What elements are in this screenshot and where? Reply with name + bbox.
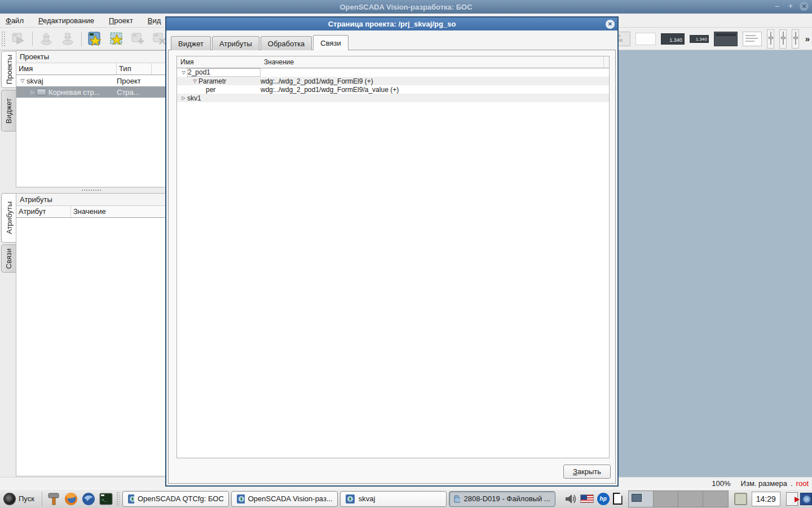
column-header-name[interactable]: Имя (16, 63, 117, 75)
main-titlebar[interactable]: OpenSCADA Vision-разработка: БОС – + ✕ (0, 0, 812, 14)
menu-item-view[interactable]: Вид (148, 16, 161, 25)
lcd-display-widget-button[interactable]: 1.340 (661, 33, 685, 45)
dialog-titlebar[interactable]: Страница проекта: /prj_skvaj/pg_so ✕ (166, 17, 617, 30)
dialog-tabbar: Виджет Атрибуты Обработка Связи (171, 35, 350, 50)
menu-item-edit[interactable]: Редактирование (38, 16, 94, 25)
list-widget-button[interactable] (743, 32, 762, 46)
user-label[interactable]: root (796, 479, 809, 488)
zoom-level: 100% (712, 479, 730, 488)
links-tab-pane: Имя Значение ▽2_pod1 ▽Parametr wdg:../wd… (168, 50, 616, 484)
new-widget-icon (109, 31, 125, 47)
column-header-type[interactable]: Тип (117, 63, 152, 75)
left-dock: Проекты Виджет Атрибуты Связи Проекты Им… (0, 50, 166, 477)
widget-toolbar: 1.340 1.340 » (612, 28, 810, 50)
link-name: skv1 (187, 94, 201, 102)
load-button[interactable] (37, 30, 55, 48)
projects-panel: Проекты Имя Тип ▽skvaj Проект ▷Корневая … (16, 50, 166, 187)
toolbar-separator (32, 32, 33, 46)
new-project-button[interactable] (86, 30, 104, 48)
taskbar-window-vision[interactable]: OpenSCADA Vision-раз... (231, 491, 338, 507)
menu-item-project[interactable]: Проект (109, 16, 133, 25)
tab-projects[interactable]: Проекты (1, 51, 16, 88)
network-disk-icon[interactable] (800, 493, 812, 505)
toolbar-overflow-button[interactable]: » (805, 34, 810, 43)
tab-widget[interactable]: Виджет (1, 90, 16, 132)
save-button[interactable] (59, 30, 77, 48)
logout-icon[interactable] (786, 492, 798, 506)
openscada-icon (127, 494, 134, 504)
dialog-title: Страница проекта: /prj_skvaj/pg_so (166, 20, 617, 28)
tab-processing[interactable]: Обработка (261, 36, 312, 50)
table-row[interactable]: per wdg:../wdg_2_pod1/wdg_FormEl9/a_valu… (177, 85, 609, 94)
thunderbird-launcher[interactable] (82, 492, 96, 506)
tab-attributes[interactable]: Атрибуты (212, 36, 259, 50)
tab-attributes[interactable]: Атрибуты (1, 193, 16, 243)
expander-open-icon[interactable]: ▽ (19, 78, 27, 84)
expander-open-icon[interactable]: ▽ (191, 78, 198, 84)
vertical-slider-widget-button[interactable] (767, 29, 774, 49)
expander-closed-icon[interactable]: ▷ (29, 89, 37, 95)
vertical-slider-widget-button[interactable] (779, 29, 787, 49)
screensaver-icon[interactable] (734, 493, 747, 505)
column-header-attribute[interactable]: Атрибут (16, 206, 71, 217)
desktop-1-button[interactable] (629, 491, 654, 507)
load-icon (39, 32, 54, 46)
tab-links[interactable]: Связи (1, 244, 16, 273)
tree-row[interactable]: ▽skvaj Проект (16, 75, 166, 86)
close-dialog-button[interactable]: Закрыть (563, 465, 611, 479)
vertical-slider-widget-button[interactable] (792, 29, 799, 49)
toolbar-separator (81, 32, 82, 46)
system-tray: hp (564, 493, 623, 505)
maximize-icon[interactable]: + (786, 2, 795, 11)
table-row[interactable]: ▷skv1 (177, 94, 609, 102)
document-tray-icon[interactable] (613, 493, 623, 505)
dialog-close-icon[interactable]: ✕ (606, 20, 615, 29)
attributes-panel: Атрибуты Атрибут Значение (16, 193, 166, 476)
start-button[interactable]: Пуск (0, 491, 39, 507)
table-row[interactable]: ▽Parametr wdg:../wdg_2_pod1/wdg_FormEl9 … (177, 77, 609, 85)
close-icon[interactable]: ✕ (800, 2, 809, 11)
terminal-icon: >_ (99, 492, 113, 506)
attributes-panel-title: Атрибуты (16, 194, 166, 206)
link-name: Parametr (198, 77, 226, 85)
openscada-icon (345, 494, 355, 504)
desktop-2-button[interactable] (654, 491, 678, 507)
expander-open-icon[interactable]: ▽ (180, 70, 187, 75)
terminal-launcher[interactable]: >_ (99, 492, 113, 506)
blank-widget-button[interactable] (636, 33, 656, 45)
small-display-widget-button[interactable]: 1.340 (690, 35, 709, 43)
minimize-icon[interactable]: – (773, 2, 782, 11)
tab-links[interactable]: Связи (313, 35, 348, 50)
taskbar-clock[interactable]: 14:29 (752, 492, 780, 506)
firefox-launcher[interactable] (64, 492, 78, 506)
page-dialog: Страница проекта: /prj_skvaj/pg_so ✕ Вид… (165, 16, 619, 487)
desktop-3-button[interactable] (678, 491, 703, 507)
keyboard-layout-flag-icon[interactable] (580, 494, 594, 503)
links-table: Имя Значение ▽2_pod1 ▽Parametr wdg:../wd… (176, 56, 610, 458)
paint-tool-launcher[interactable] (47, 492, 61, 506)
run-project-button[interactable] (10, 30, 28, 48)
column-header-value[interactable]: Значение (71, 206, 166, 217)
start-label: Пуск (19, 494, 34, 503)
hp-icon[interactable]: hp (597, 493, 610, 505)
run-icon (11, 32, 26, 46)
menu-item-file[interactable]: Файл (6, 16, 24, 25)
add-widget-button[interactable] (129, 30, 147, 48)
taskbar-window-filemanager[interactable]: 2808-D019 - Файловый ... (449, 491, 555, 507)
tree-row-selected[interactable]: ▷Корневая стр... Стра... (16, 86, 166, 98)
volume-icon[interactable] (564, 493, 577, 505)
column-header-value[interactable]: Значение (261, 56, 603, 68)
new-project-icon (87, 31, 103, 47)
toolbar-drag-handle[interactable] (1, 31, 6, 47)
panel-splitter[interactable] (16, 187, 166, 193)
dark-panel-widget-button[interactable] (714, 32, 738, 46)
tab-widget[interactable]: Виджет (171, 36, 211, 50)
desktop-4-button[interactable] (703, 491, 728, 507)
openscada-icon (236, 494, 245, 504)
taskbar-window-qtcfg[interactable]: OpenSCADA QTCfg: БОС (122, 491, 229, 507)
expander-closed-icon[interactable]: ▷ (180, 95, 187, 100)
taskbar-window-skvaj[interactable]: skvaj (340, 491, 447, 507)
column-header-name[interactable]: Имя (177, 56, 261, 68)
table-row[interactable]: ▽2_pod1 (177, 68, 609, 77)
new-widget-button[interactable] (108, 30, 126, 48)
